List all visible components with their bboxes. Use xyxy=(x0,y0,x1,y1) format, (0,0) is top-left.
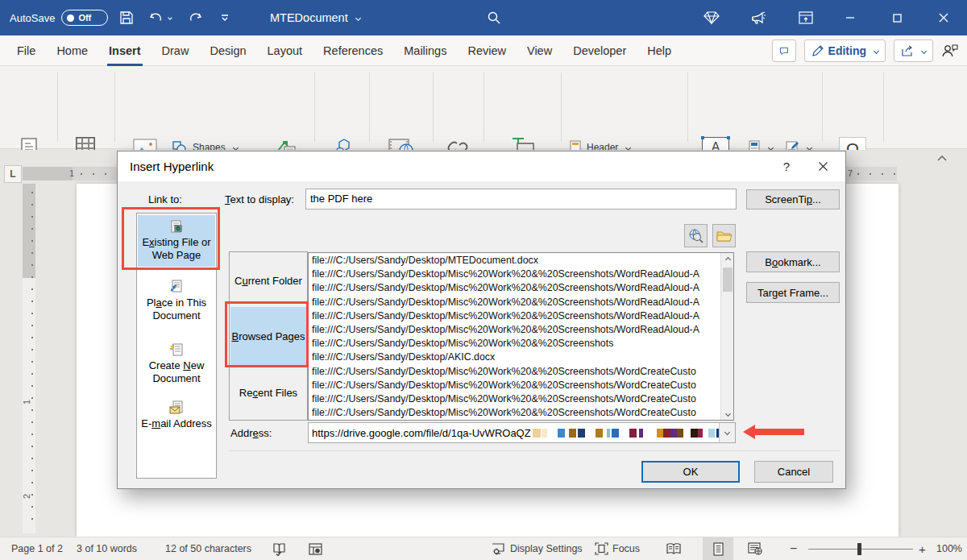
list-scrollbar[interactable] xyxy=(720,253,733,420)
read-mode-icon[interactable] xyxy=(666,537,682,560)
minimize-icon[interactable] xyxy=(838,6,862,30)
target-frame-button[interactable]: Target Frame... xyxy=(746,282,840,303)
tab-layout[interactable]: Layout xyxy=(257,35,313,66)
tab-selector[interactable]: L xyxy=(4,165,22,183)
file-list-item[interactable]: file:///C:/Users/Sandy/Desktop/MTEDocume… xyxy=(309,254,720,268)
display-settings-button[interactable]: Display Settings xyxy=(492,537,583,560)
dialog-close-icon[interactable] xyxy=(807,151,839,181)
ok-button[interactable]: OK xyxy=(641,461,740,483)
focus-icon xyxy=(595,542,608,555)
word-count[interactable]: 3 of 10 words xyxy=(77,537,137,560)
autosave-label: AutoSave xyxy=(10,12,55,24)
zoom-slider-thumb[interactable] xyxy=(857,543,861,555)
file-list-item[interactable]: file:///C:/Users/Sandy/Desktop/Misc%20Wo… xyxy=(309,323,720,337)
comments-button[interactable] xyxy=(772,39,796,62)
bookmark-button[interactable]: Bookmark... xyxy=(746,251,840,272)
person-callout-icon[interactable] xyxy=(941,44,959,58)
vertical-ruler[interactable]: 1 2 xyxy=(23,184,35,533)
address-combobox[interactable]: https://drive.google.com/file/d/1qa-UvWR… xyxy=(308,422,736,443)
sidebar-item-create-new[interactable]: Create New Document xyxy=(138,342,215,385)
browse-web-button[interactable] xyxy=(684,224,708,247)
file-list-item[interactable]: file:///C:/Users/Sandy/Desktop/Misc%20Wo… xyxy=(309,392,720,406)
web-layout-icon[interactable] xyxy=(748,537,762,560)
print-layout-icon[interactable] xyxy=(703,537,733,560)
redo-button[interactable] xyxy=(182,6,206,30)
character-count[interactable]: 12 of 50 characters xyxy=(165,537,251,560)
tab-references[interactable]: References xyxy=(313,35,393,66)
editing-label: Editing xyxy=(828,44,866,57)
file-list[interactable]: file:///C:/Users/Sandy/Desktop/MTEDocume… xyxy=(308,252,734,421)
macro-icon[interactable] xyxy=(309,537,322,560)
focus-button[interactable]: Focus xyxy=(595,537,640,560)
file-list-item[interactable]: file:///C:/Users/Sandy/Desktop/Misc%20Wo… xyxy=(309,268,720,281)
cancel-button[interactable]: Cancel xyxy=(754,461,833,483)
share-button[interactable] xyxy=(894,39,933,62)
chevron-down-icon xyxy=(921,48,927,53)
document-title[interactable]: MTEDocument xyxy=(270,0,360,35)
file-list-item[interactable]: file:///C:/Users/Sandy/Desktop/Misc%20Wo… xyxy=(309,309,720,323)
file-list-item[interactable]: file:///C:/Users/Sandy/Desktop/Misc%20Wo… xyxy=(309,281,720,295)
sidebar-item-place-in-document[interactable]: Place in This Document xyxy=(138,280,215,322)
scroll-down-icon[interactable] xyxy=(721,407,734,420)
redacted-url-blocks xyxy=(533,428,728,438)
feedback-megaphone-icon[interactable] xyxy=(746,6,770,30)
browse-file-icon xyxy=(716,230,733,243)
help-button[interactable]: ? xyxy=(770,151,803,181)
premium-gem-icon[interactable] xyxy=(699,6,724,30)
ribbon-display-options-icon[interactable] xyxy=(794,6,818,30)
chevron-down-icon xyxy=(355,15,361,20)
page-indicator[interactable]: Page 1 of 2 xyxy=(11,537,63,560)
autosave-state: Off xyxy=(78,13,91,23)
tab-home[interactable]: Home xyxy=(46,35,98,66)
tab-recent-files[interactable]: Recent Files xyxy=(230,367,306,418)
zoom-out-icon[interactable]: − xyxy=(790,537,797,560)
tab-mailings[interactable]: Mailings xyxy=(393,35,457,66)
browse-file-button[interactable] xyxy=(712,224,736,247)
zoom-level[interactable]: 100% xyxy=(936,537,962,560)
create-new-document-icon xyxy=(169,342,184,357)
tab-browsed-pages[interactable]: Browsed Pages xyxy=(230,307,306,365)
save-icon[interactable] xyxy=(114,6,139,30)
status-bar: Page 1 of 2 3 of 10 words 12 of 50 chara… xyxy=(0,537,967,560)
file-list-item[interactable]: file:///C:/Users/Sandy/Desktop/Misc%20Wo… xyxy=(309,365,720,379)
file-list-item[interactable]: file:///C:/Users/Sandy/Desktop/Misc%20Wo… xyxy=(309,379,720,392)
tab-review[interactable]: Review xyxy=(457,35,517,66)
sidebar-item-existing-file[interactable]: Existing File or Web Page xyxy=(138,215,215,267)
file-list-item[interactable]: file:///C:/Users/Sandy/Desktop/AKIC.docx xyxy=(309,351,720,364)
tab-draw[interactable]: Draw xyxy=(151,35,200,66)
search-icon[interactable] xyxy=(482,6,506,30)
address-dropdown-icon[interactable] xyxy=(719,423,735,442)
scrollbar-thumb[interactable] xyxy=(723,268,733,292)
title-bar: AutoSave Off MTEDocument xyxy=(0,0,967,35)
horizontal-ruler-left[interactable]: 1 xyxy=(23,167,117,180)
place-in-document-icon xyxy=(169,280,184,294)
file-list-item[interactable]: file:///C:/Users/Sandy/Desktop/Misc%20Wo… xyxy=(309,337,720,351)
editing-mode-button[interactable]: Editing xyxy=(804,39,886,62)
tab-file[interactable]: File xyxy=(6,35,46,66)
undo-button[interactable] xyxy=(145,6,176,30)
zoom-in-icon[interactable]: + xyxy=(919,537,926,560)
dialog-title-bar[interactable]: Insert Hyperlink ? xyxy=(118,151,845,181)
ribbon-tabs: FileHomeInsertDrawDesignLayoutReferences… xyxy=(6,35,682,66)
tab-developer[interactable]: Developer xyxy=(562,35,637,66)
maximize-icon[interactable] xyxy=(885,6,909,30)
scroll-up-icon[interactable] xyxy=(721,253,734,266)
tab-help[interactable]: Help xyxy=(637,35,682,66)
file-list-item[interactable]: file:///C:/Users/Sandy/Desktop/Misc%20Wo… xyxy=(309,296,720,309)
screentip-button[interactable]: ScreenTip... xyxy=(746,189,840,209)
collapse-ribbon-icon[interactable] xyxy=(932,151,952,164)
customize-qat-icon[interactable] xyxy=(213,6,237,30)
insert-hyperlink-dialog: Insert Hyperlink ? Link to: Text to disp… xyxy=(117,151,846,489)
autosave-toggle[interactable]: Off xyxy=(61,10,108,26)
sidebar-item-email[interactable]: E-mail Address xyxy=(138,400,215,430)
horizontal-ruler-right[interactable]: 7 xyxy=(846,167,897,180)
text-to-display-input[interactable]: the PDF here xyxy=(305,189,737,209)
file-list-item[interactable]: file:///C:/Users/Sandy/Desktop/Misc%20Wo… xyxy=(309,406,720,420)
tab-design[interactable]: Design xyxy=(199,35,256,66)
close-icon[interactable] xyxy=(932,6,956,30)
proofing-icon[interactable] xyxy=(272,537,286,560)
link-to-label: Link to: xyxy=(148,193,182,205)
tab-view[interactable]: View xyxy=(517,35,562,66)
tab-current-folder[interactable]: Current Folder xyxy=(230,254,306,307)
tab-insert[interactable]: Insert xyxy=(98,35,151,66)
